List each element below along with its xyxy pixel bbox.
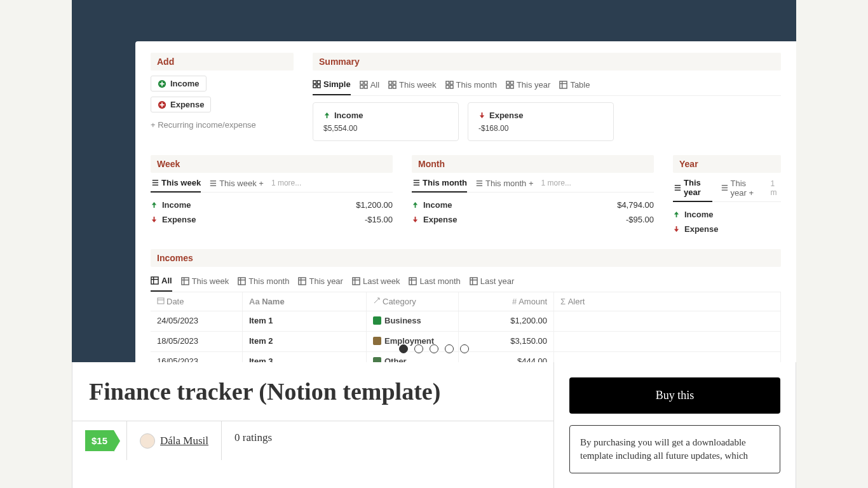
product-title: Finance tracker (Notion template): [72, 362, 553, 421]
incomes-tab[interactable]: Last year: [470, 272, 514, 292]
add-expense-label: Expense: [170, 100, 204, 109]
add-expense-button[interactable]: Expense: [151, 97, 211, 112]
carousel-dot[interactable]: [414, 344, 423, 353]
table-icon: [409, 277, 417, 285]
table-icon: [352, 277, 360, 285]
buy-button[interactable]: Buy this: [569, 377, 780, 414]
cell-alert: [554, 332, 781, 351]
summary-tabs: Simple All This week This month This yea…: [313, 76, 781, 96]
svg-rect-22: [506, 81, 510, 85]
tab-all[interactable]: All: [360, 76, 379, 95]
incomes-tabs: All This week This month This year Last …: [151, 272, 781, 292]
month-tab-active[interactable]: This month: [412, 178, 467, 193]
board-icon: [360, 81, 368, 89]
month-tab-alt[interactable]: This month +: [475, 179, 534, 188]
tab-this-week[interactable]: This week: [388, 76, 437, 95]
svg-rect-65: [470, 278, 477, 285]
table-icon: [298, 277, 306, 285]
relation-icon: [373, 297, 381, 304]
cell-date: 18/05/2023: [151, 332, 243, 351]
tab-this-month[interactable]: This month: [445, 76, 497, 95]
svg-rect-23: [510, 81, 513, 85]
carousel-dot[interactable]: [445, 344, 454, 353]
price-cell: $15: [72, 421, 127, 460]
svg-rect-18: [446, 81, 449, 85]
summary-income-card[interactable]: Income $5,554.00: [313, 102, 459, 141]
incomes-tab[interactable]: Last month: [409, 272, 460, 292]
price-badge: $15: [85, 430, 114, 451]
week-more[interactable]: 1 more...: [271, 179, 301, 187]
carousel-dots: [399, 344, 469, 353]
board-icon: [445, 81, 454, 89]
svg-rect-59: [353, 278, 360, 285]
svg-rect-6: [313, 81, 316, 84]
cell-alert: [554, 311, 781, 331]
svg-rect-11: [364, 81, 367, 85]
year-tab-alt[interactable]: This year +: [720, 179, 763, 198]
recurring-link[interactable]: + Recurring income/expense: [151, 118, 294, 132]
svg-rect-56: [299, 278, 306, 285]
week-income-val: $1,200.00: [356, 200, 393, 210]
week-expense-val: -$15.00: [365, 215, 393, 224]
week-title: Week: [151, 155, 393, 173]
incomes-tab[interactable]: Last week: [352, 272, 400, 292]
svg-rect-21: [450, 85, 453, 88]
table-icon: [559, 81, 567, 89]
incomes-tab-all[interactable]: All: [151, 272, 172, 292]
tab-simple[interactable]: Simple: [313, 76, 351, 95]
avatar: [140, 433, 155, 449]
carousel-dot[interactable]: [399, 344, 408, 353]
incomes-tab[interactable]: This month: [238, 272, 289, 292]
svg-rect-62: [409, 278, 416, 285]
svg-rect-5: [160, 104, 165, 105]
add-income-label: Income: [170, 79, 200, 88]
svg-rect-68: [158, 298, 164, 304]
svg-rect-24: [506, 85, 510, 88]
table-row[interactable]: 24/05/2023Item 1Business$1,200.00: [151, 311, 781, 332]
svg-rect-10: [360, 81, 363, 85]
cell-amount: $3,150.00: [459, 332, 554, 351]
incomes-tab[interactable]: This week: [181, 272, 229, 292]
ratings-text: 0 ratings: [222, 421, 285, 460]
hero-screenshot-area: Add Income Expense + Recurring income/ex…: [72, 0, 796, 362]
summary-income-value: $5,554.00: [323, 124, 448, 133]
carousel-dot[interactable]: [430, 344, 438, 353]
summary-expense-card[interactable]: Expense -$168.00: [468, 102, 614, 141]
svg-rect-14: [389, 81, 392, 85]
month-title: Month: [412, 155, 654, 173]
add-income-button[interactable]: Income: [151, 76, 207, 92]
table-icon: [470, 277, 478, 285]
arrow-up-icon: [323, 112, 331, 119]
svg-rect-53: [238, 278, 245, 285]
incomes-tab[interactable]: This year: [298, 272, 342, 292]
table-row[interactable]: 16/05/2023Item 3Other$444.00: [151, 352, 781, 362]
author-link[interactable]: Dála Musil: [127, 421, 222, 460]
list-icon: [673, 184, 681, 192]
arrow-up-icon: [412, 201, 419, 209]
cell-date: 24/05/2023: [151, 311, 243, 331]
week-tab-alt[interactable]: This week +: [208, 179, 264, 188]
category-icon: [373, 316, 381, 325]
week-tab-active[interactable]: This week: [151, 178, 201, 193]
cell-name: Item 3: [243, 352, 367, 362]
summary-section-title: Summary: [313, 53, 781, 71]
year-title: Year: [673, 155, 781, 173]
arrow-down-icon: [412, 216, 419, 224]
month-expense-val: -$95.00: [626, 215, 654, 224]
plus-circle-icon: [158, 100, 166, 109]
year-tab-active[interactable]: This year: [673, 178, 712, 202]
tab-this-year[interactable]: This year: [506, 76, 550, 95]
author-name: Dála Musil: [160, 435, 208, 447]
table-icon: [238, 277, 246, 285]
month-more[interactable]: 1 more...: [541, 179, 571, 187]
cell-amount: $1,200.00: [459, 311, 554, 331]
svg-rect-15: [393, 81, 397, 85]
year-more[interactable]: 1 m: [770, 179, 781, 197]
svg-rect-47: [151, 277, 158, 284]
tab-table[interactable]: Table: [559, 76, 590, 95]
table-icon: [151, 276, 159, 285]
svg-rect-16: [389, 85, 392, 88]
carousel-dot[interactable]: [460, 344, 469, 353]
cell-category: Business: [367, 311, 459, 331]
svg-rect-26: [560, 81, 567, 88]
